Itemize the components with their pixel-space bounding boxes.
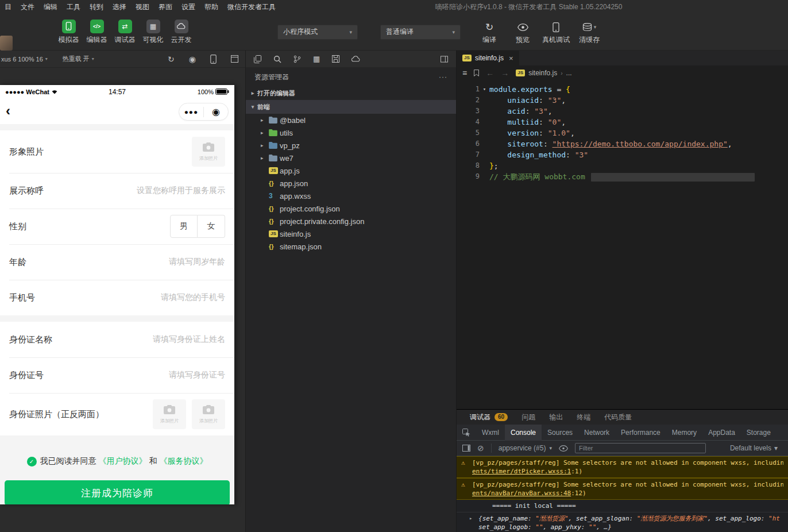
grid-icon[interactable]: ▦: [313, 55, 320, 63]
tree-item[interactable]: ▸utils: [246, 126, 456, 139]
toolbar-action-button[interactable]: ▾清缓存: [574, 20, 604, 45]
devtools-tab-memory[interactable]: Memory: [666, 425, 702, 441]
console-filter-input[interactable]: [575, 443, 706, 453]
devtools-tab-performance[interactable]: Performance: [615, 425, 666, 441]
menu-item[interactable]: 转到: [85, 2, 108, 12]
service-agreement-link[interactable]: 《服务协议》: [160, 456, 208, 467]
menu-item[interactable]: 编辑: [39, 2, 62, 12]
tab-siteinfo-js[interactable]: JS siteinfo.js ×: [457, 51, 519, 65]
menu-item[interactable]: 文件: [16, 2, 39, 12]
toolbar-action-button[interactable]: ↻编译: [474, 20, 504, 45]
menu-item[interactable]: 选择: [108, 2, 131, 12]
close-tab-icon[interactable]: ×: [509, 54, 513, 63]
back-button[interactable]: ‹: [6, 102, 10, 119]
menu-item[interactable]: 微信开发者工具: [223, 2, 280, 12]
form-field-row[interactable]: 身份证号请填写身份证号: [0, 357, 234, 393]
log-levels-select[interactable]: Default levels ▾: [730, 444, 778, 452]
console-source-link[interactable]: ents/navBar/navBar.wxss:48: [472, 489, 571, 497]
execution-context-select[interactable]: appservice (#5) ▾: [499, 444, 552, 452]
toolbar-button[interactable]: 模拟器: [55, 20, 83, 45]
toolbar-action-button[interactable]: 预览: [508, 20, 538, 45]
breadcrumb[interactable]: JS siteinfo.js › ...: [516, 69, 571, 77]
project-root-section[interactable]: ▾ 前端: [246, 100, 456, 114]
console-object-preview[interactable]: ▸{set_app_name: "湉湉货源", set_app_slogan: …: [457, 512, 788, 532]
tree-item[interactable]: JSapp.js: [246, 164, 456, 177]
package-icon[interactable]: [332, 55, 339, 63]
menu-item[interactable]: 帮助: [200, 2, 223, 12]
nav-back-icon[interactable]: ←: [486, 68, 494, 78]
user-avatar[interactable]: [0, 36, 13, 51]
menu-item[interactable]: 界面: [154, 2, 177, 12]
toolbar-button[interactable]: 云开发: [167, 20, 195, 45]
debugger-panel-tab[interactable]: 代码质量: [604, 413, 632, 422]
record-icon[interactable]: ◉: [189, 55, 196, 64]
form-field-row[interactable]: 展示称呼设置您称呼用于服务展示: [0, 173, 234, 209]
form-field-row[interactable]: 手机号请填写您的手机号: [0, 280, 234, 315]
dock-side-icon[interactable]: [462, 445, 470, 452]
detach-window-icon[interactable]: [231, 55, 238, 63]
devtools-tab-appdata[interactable]: AppData: [702, 425, 741, 441]
rotate-phone-icon[interactable]: [210, 55, 217, 64]
devtools-tab-wxml[interactable]: Wxml: [476, 425, 505, 441]
split-editor-icon[interactable]: [441, 56, 448, 63]
menu-item[interactable]: 视图: [131, 2, 154, 12]
add-photo-button[interactable]: 添加照片: [192, 137, 225, 167]
toolbar-button[interactable]: ▦可视化: [139, 20, 167, 45]
search-icon[interactable]: [273, 55, 281, 63]
add-photo-button[interactable]: 添加照片: [153, 399, 186, 429]
toolbar-button[interactable]: </>编辑器: [83, 20, 111, 45]
debugger-panel-tab[interactable]: 终端: [577, 413, 590, 422]
git-branch-icon[interactable]: [293, 55, 301, 63]
bookmark-icon[interactable]: [474, 70, 479, 76]
outline-list-icon[interactable]: ≡: [462, 68, 467, 78]
compile-mode-select[interactable]: 普通编译 ▾: [380, 25, 461, 40]
devtools-tab-storage[interactable]: Storage: [741, 425, 777, 441]
inspect-element-icon[interactable]: [457, 429, 476, 437]
devtools-tab-console[interactable]: Console: [505, 425, 542, 441]
expand-icon[interactable]: ▸: [469, 514, 472, 523]
files-icon[interactable]: [254, 55, 261, 63]
debugger-panel-tab[interactable]: 问题: [522, 413, 535, 422]
gender-option[interactable]: 女: [198, 215, 225, 238]
more-menu-button[interactable]: ●●●: [179, 108, 203, 116]
tree-item[interactable]: {}project.private.config.json: [246, 215, 456, 228]
form-field-row[interactable]: 身份证名称请填写身份证上姓名: [0, 322, 234, 357]
mode-select[interactable]: 小程序模式 ▾: [277, 25, 358, 40]
debugger-panel-tab[interactable]: 调试器60: [470, 413, 508, 422]
add-photo-button[interactable]: 添加照片: [192, 399, 225, 429]
fold-icon[interactable]: ▾: [480, 84, 489, 95]
tree-item[interactable]: {}app.json: [246, 177, 456, 190]
devtools-tab-sources[interactable]: Sources: [542, 425, 578, 441]
home-capsule-button[interactable]: ◉: [204, 106, 228, 117]
toolbar-button[interactable]: ⇄调试器: [111, 20, 139, 45]
tree-item[interactable]: JSsiteinfo.js: [246, 228, 456, 240]
clear-console-icon[interactable]: ⊘: [477, 444, 484, 453]
gender-option[interactable]: 男: [170, 215, 198, 238]
agreement-checkbox[interactable]: ✓: [27, 457, 37, 467]
tree-item[interactable]: ▸we7: [246, 152, 456, 164]
menu-item[interactable]: 设置: [177, 2, 200, 12]
device-select[interactable]: xus 6 100% 16 ▾: [1, 56, 48, 63]
toolbar-action-button[interactable]: 真机调试: [541, 20, 571, 45]
tree-item[interactable]: {}project.config.json: [246, 202, 456, 215]
nav-forward-icon[interactable]: →: [501, 68, 509, 78]
cloud-icon[interactable]: [351, 56, 360, 62]
user-agreement-link[interactable]: 《用户协议》: [99, 456, 147, 467]
restart-icon[interactable]: ↻: [168, 55, 175, 64]
tree-item[interactable]: 3app.wxss: [246, 190, 456, 202]
devtools-tab-network[interactable]: Network: [578, 425, 615, 441]
form-field-row[interactable]: 年龄请填写周岁年龄: [0, 244, 234, 280]
open-editors-section[interactable]: ▸ 打开的编辑器: [246, 86, 456, 100]
tree-item[interactable]: ▸vp_pz: [246, 139, 456, 152]
tree-item[interactable]: {}sitemap.json: [246, 240, 456, 253]
explorer-more-button[interactable]: ···: [439, 73, 447, 81]
register-submit-button[interactable]: 注册成为陪诊师: [5, 480, 230, 504]
console-source-link[interactable]: ents/timer/dtPicker.wxss:1: [472, 468, 571, 475]
menu-item[interactable]: 目: [0, 2, 16, 12]
tree-item[interactable]: ▸@babel: [246, 114, 456, 126]
code-editor[interactable]: 1▾module.exports = {2 uniacid: "3",3 aci…: [457, 80, 788, 409]
hot-reload-toggle[interactable]: 热重载 开 ▾: [63, 55, 94, 63]
menu-item[interactable]: 工具: [62, 2, 85, 12]
eye-icon[interactable]: [559, 445, 568, 452]
debugger-panel-tab[interactable]: 输出: [549, 413, 563, 422]
